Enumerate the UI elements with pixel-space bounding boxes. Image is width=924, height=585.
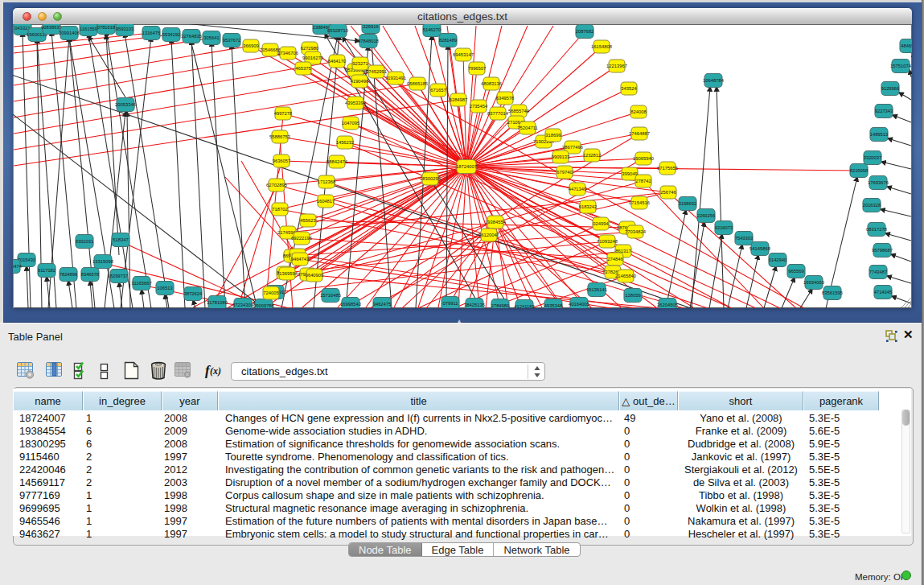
svg-text:106513: 106513 xyxy=(157,286,172,290)
svg-text:71369594: 71369594 xyxy=(277,271,298,276)
svg-text:67175655: 67175655 xyxy=(657,166,678,171)
svg-text:484656: 484656 xyxy=(901,43,912,48)
svg-text:18724007: 18724007 xyxy=(456,164,477,169)
svg-text:4997278: 4997278 xyxy=(274,111,293,116)
svg-text:31165667: 31165667 xyxy=(131,281,151,286)
svg-text:16998543: 16998543 xyxy=(340,302,361,307)
svg-text:465375: 465375 xyxy=(295,66,310,71)
svg-text:3872624: 3872624 xyxy=(184,291,203,296)
svg-text:(x): (x) xyxy=(210,365,221,377)
svg-text:8281489: 8281489 xyxy=(439,38,458,43)
svg-text:6349578: 6349578 xyxy=(496,96,515,101)
svg-text:2260256: 2260256 xyxy=(697,213,716,218)
svg-text:5534192: 5534192 xyxy=(162,32,181,37)
svg-text:90838637: 90838637 xyxy=(41,25,62,30)
svg-text:9636057: 9636057 xyxy=(273,159,291,163)
svg-text:9537672: 9537672 xyxy=(223,38,241,43)
svg-text:4935348: 4935348 xyxy=(544,303,563,308)
svg-text:226916: 226916 xyxy=(363,24,378,29)
svg-text:10648784: 10648784 xyxy=(703,78,725,83)
svg-text:46120047: 46120047 xyxy=(478,233,499,237)
svg-text:6464170: 6464170 xyxy=(328,59,347,64)
svg-text:77034824: 77034824 xyxy=(625,229,647,234)
svg-text:37346706: 37346706 xyxy=(277,51,298,56)
svg-text:58842474: 58842474 xyxy=(326,159,348,164)
svg-text:05865185: 05865185 xyxy=(407,81,428,86)
svg-text:83777014: 83777014 xyxy=(487,111,509,116)
svg-text:9117182: 9117182 xyxy=(38,268,55,273)
svg-text:679740: 679740 xyxy=(556,170,572,175)
svg-text:671657: 671657 xyxy=(430,88,446,93)
svg-text:5146270: 5146270 xyxy=(423,27,441,32)
svg-text:455623: 455623 xyxy=(300,218,315,223)
svg-text:8299737: 8299737 xyxy=(110,274,129,278)
svg-text:43953394: 43953394 xyxy=(345,101,367,105)
svg-text:399049: 399049 xyxy=(622,171,637,176)
svg-text:3462475: 3462475 xyxy=(373,302,392,307)
svg-text:9593103: 9593103 xyxy=(116,27,134,31)
svg-text:05009788: 05009788 xyxy=(253,303,274,308)
svg-text:95798687: 95798687 xyxy=(872,248,893,253)
svg-text:69453147: 69453147 xyxy=(453,52,474,57)
svg-text:9129966: 9129966 xyxy=(881,86,900,91)
svg-text:343524: 343524 xyxy=(621,86,637,91)
svg-text:0781618: 0781618 xyxy=(97,25,116,30)
svg-text:1456232: 1456232 xyxy=(336,140,355,145)
svg-text:62702895: 62702895 xyxy=(266,183,287,187)
svg-text:7543303: 7543303 xyxy=(735,236,754,241)
svg-text:2735454: 2735454 xyxy=(470,104,488,109)
svg-text:26204505: 26204505 xyxy=(657,303,678,307)
svg-text:15716485: 15716485 xyxy=(320,293,341,298)
svg-text:08317278: 08317278 xyxy=(866,227,887,232)
svg-text:19384554: 19384554 xyxy=(485,220,507,225)
svg-text:17693676: 17693676 xyxy=(868,180,889,185)
svg-text:55886753: 55886753 xyxy=(269,134,290,139)
svg-text:9464743: 9464743 xyxy=(291,257,310,262)
svg-text:71093248: 71093248 xyxy=(597,239,618,244)
svg-text:318699: 318699 xyxy=(545,133,561,138)
svg-text:079911: 079911 xyxy=(443,301,458,306)
svg-text:2016328: 2016328 xyxy=(863,203,881,208)
svg-text:20053346: 20053346 xyxy=(115,102,136,107)
svg-text:2784980: 2784980 xyxy=(491,303,510,308)
svg-text:0640909: 0640909 xyxy=(306,273,324,278)
svg-text:1161559: 1161559 xyxy=(80,27,97,31)
svg-text:15751074: 15751074 xyxy=(890,64,912,68)
svg-text:6284987: 6284987 xyxy=(450,97,468,102)
svg-text:75204711: 75204711 xyxy=(517,126,537,130)
svg-text:40164005: 40164005 xyxy=(569,302,589,307)
svg-text:99016272: 99016272 xyxy=(302,56,323,60)
svg-text:9301031: 9301031 xyxy=(76,239,94,244)
svg-text:4216073: 4216073 xyxy=(715,225,733,230)
svg-text:718702: 718702 xyxy=(272,207,287,212)
svg-text:8215958: 8215958 xyxy=(850,168,869,173)
svg-text:32764835: 32764835 xyxy=(181,34,202,39)
svg-text:15136141: 15136141 xyxy=(586,287,607,292)
svg-text:65328710: 65328710 xyxy=(327,28,348,33)
svg-text:38677496: 38677496 xyxy=(562,145,583,150)
svg-text:824008: 824008 xyxy=(630,109,646,114)
svg-text:97848018: 97848018 xyxy=(358,39,379,43)
svg-text:31931491: 31931491 xyxy=(385,76,406,80)
svg-text:965569: 965569 xyxy=(788,269,803,274)
svg-text:9227343: 9227343 xyxy=(875,109,893,113)
svg-text:7996507: 7996507 xyxy=(468,66,487,71)
svg-text:2087682: 2087682 xyxy=(576,29,594,34)
svg-text:16934060: 16934060 xyxy=(803,280,824,285)
svg-text:1316475: 1316475 xyxy=(142,31,161,35)
svg-text:6272980: 6272980 xyxy=(301,46,319,51)
svg-text:1047095: 1047095 xyxy=(342,121,360,126)
svg-text:8346578: 8346578 xyxy=(81,272,100,277)
svg-text:6183242: 6183242 xyxy=(579,204,598,209)
svg-text:17464887: 17464887 xyxy=(629,131,650,136)
svg-text:1232812: 1232812 xyxy=(583,153,602,158)
svg-text:83561595: 83561595 xyxy=(822,290,843,295)
svg-text:128059: 128059 xyxy=(625,293,640,298)
svg-text:4190496: 4190496 xyxy=(351,79,369,84)
svg-text:305641: 305641 xyxy=(203,35,219,40)
svg-text:923271: 923271 xyxy=(352,61,368,66)
svg-text:56855744: 56855744 xyxy=(508,109,530,113)
svg-text:4714345: 4714345 xyxy=(874,290,893,295)
svg-text:21465840: 21465840 xyxy=(615,274,636,278)
svg-text:278742: 278742 xyxy=(635,179,651,183)
